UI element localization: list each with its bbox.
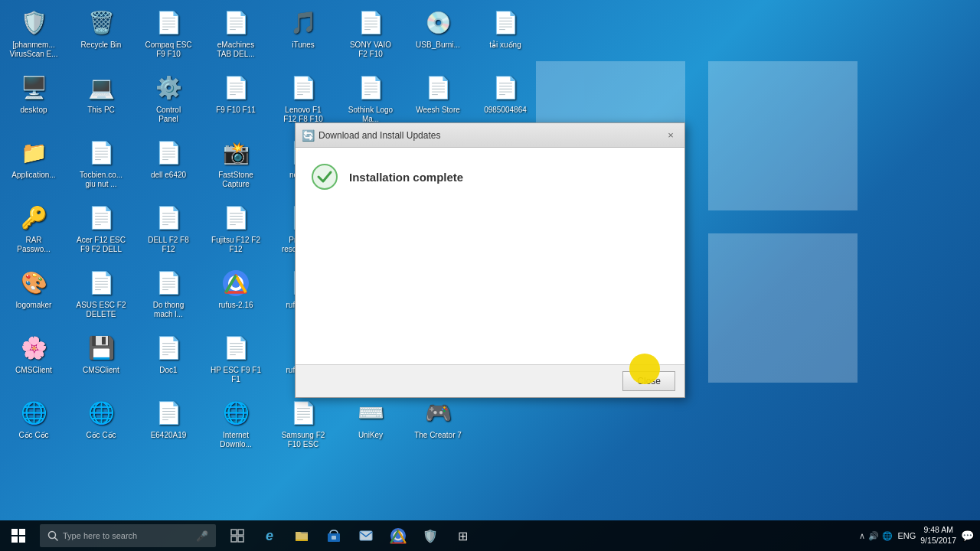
taskbar-shield[interactable]: 🛡️ <box>415 520 446 551</box>
icon-control-panel[interactable]: ⚙️ ControlPanel <box>135 69 202 134</box>
svg-rect-7 <box>19 536 25 543</box>
svg-rect-11 <box>238 530 243 535</box>
svg-line-9 <box>55 538 58 541</box>
svg-rect-12 <box>231 536 237 542</box>
icon-faststone-capture[interactable]: 📸 FastStoneCapture <box>202 134 270 199</box>
taskbar-volume-icon[interactable]: 🔊 <box>868 531 879 541</box>
svg-rect-15 <box>332 536 336 540</box>
icon-usb-burning[interactable]: 💿 USB_Burni... <box>404 4 472 69</box>
icon-the-creator-7[interactable]: 🎮 The Creator 7 <box>404 394 472 459</box>
dialog-body: Installation complete <box>296 148 684 364</box>
dialog-download-install[interactable]: 🔄 Download and Install Updates × Install… <box>295 122 685 398</box>
desktop: 🛡️ [phanmem...VirusScan E... 🖥️ desktop … <box>0 0 980 551</box>
taskbar-clock[interactable]: 9:48 AM 9/15/2017 <box>920 525 956 546</box>
icon-phanmem-virusscan[interactable]: 🛡️ [phanmem...VirusScan E... <box>0 4 67 69</box>
dialog-titlebar: 🔄 Download and Install Updates × <box>296 123 684 148</box>
svg-rect-13 <box>238 536 243 542</box>
icon-itunes[interactable]: 🎵 iTunes <box>270 4 337 69</box>
icon-desktop[interactable]: 🖥️ desktop <box>0 69 67 134</box>
icon-sony-vaio[interactable]: 📄 SONY VAIOF2 F10 <box>337 4 404 69</box>
taskbar-chrome[interactable] <box>383 520 413 551</box>
icon-hp-esc-f9[interactable]: 📄 HP ESC F9 F1F1 <box>202 329 270 394</box>
icon-pretty-logo[interactable]: 🌸 CMSClient <box>0 329 67 394</box>
dialog-title-text: Download and Install Updates <box>318 130 658 141</box>
icon-coc-coc[interactable]: 🌐 Cốc Cốc <box>67 394 135 459</box>
icon-unikey[interactable]: ⌨️ UniKey <box>337 394 404 459</box>
icon-doc1[interactable]: 📄 Doc1 <box>135 329 202 394</box>
icon-google-chrome[interactable]: rufus-2.16 <box>202 264 270 329</box>
dialog-footer: Close <box>296 364 684 397</box>
icon-tai-xuong[interactable]: 📄 tải xuống <box>472 4 539 69</box>
icon-recycle-bin[interactable]: 🗑️ Recycle Bin <box>67 4 135 69</box>
taskbar-start-button[interactable] <box>0 520 37 551</box>
taskbar-right-area: ∧ 🔊 🌐 ENG 9:48 AM 9/15/2017 💬 <box>859 525 980 546</box>
taskbar-search-input[interactable] <box>63 531 193 540</box>
taskbar-search-box[interactable]: 🎤 <box>40 524 216 547</box>
svg-rect-6 <box>11 536 18 543</box>
taskbar-mail[interactable] <box>351 520 381 551</box>
taskbar-lang[interactable]: ENG <box>897 531 916 540</box>
taskbar-edge[interactable]: e <box>254 520 285 551</box>
dialog-title-icon: 🔄 <box>302 129 314 142</box>
icon-logomaker[interactable]: 🎨 logomaker <box>0 264 67 329</box>
icon-emachines[interactable]: 📄 eMachinesTAB DEL... <box>202 4 270 69</box>
icon-dell-e6420[interactable]: 📄 dell e6420 <box>135 134 202 199</box>
svg-rect-10 <box>231 530 237 535</box>
dialog-status-text: Installation complete <box>349 171 463 184</box>
dialog-status-row: Installation complete <box>311 163 669 191</box>
svg-rect-16 <box>360 531 372 540</box>
taskbar-explorer[interactable] <box>286 520 317 551</box>
taskbar-up-arrow[interactable]: ∧ <box>859 531 865 541</box>
cursor-highlight <box>629 354 660 384</box>
icon-rar-password[interactable]: 🔑 RARPasswo... <box>0 199 67 264</box>
taskbar-notification-icon[interactable]: 💬 <box>961 530 974 542</box>
icon-this-pc[interactable]: 💻 This PC <box>67 69 135 134</box>
icon-acer-f12-esc[interactable]: 📄 Acer F12 ESCF9 F2 DELL <box>67 199 135 264</box>
icon-applications[interactable]: 📁 Application... <box>0 134 67 199</box>
dialog-close-button[interactable]: × <box>663 128 678 143</box>
icon-asus-esc-f2[interactable]: 📄 ASUS ESC F2DELETE <box>67 264 135 329</box>
icon-cmsclient[interactable]: 💾 CMSClient <box>67 329 135 394</box>
icon-dell-f2-f8[interactable]: 📄 DELL F2 F8F12 <box>135 199 202 264</box>
icon-network[interactable]: 🌐 Cốc Cốc <box>0 394 67 459</box>
icon-fujitsu-f12[interactable]: 📄 Fujitsu F12 F2F12 <box>202 199 270 264</box>
svg-rect-4 <box>11 529 18 535</box>
icon-tocbien[interactable]: 📄 Tocbien.co...giu nut ... <box>67 134 135 199</box>
taskbar-task-view[interactable] <box>222 520 253 551</box>
icon-do-thong-mach[interactable]: 📄 Do thongmach l... <box>135 264 202 329</box>
taskbar-mic-icon: 🎤 <box>196 530 208 542</box>
taskbar: 🎤 e <box>0 520 980 551</box>
dialog-status-icon <box>311 163 338 191</box>
taskbar-network-icon[interactable]: 🌐 <box>882 531 893 541</box>
taskbar-store[interactable] <box>318 520 349 551</box>
icon-f9f10f11[interactable]: 📄 F9 F10 F11 <box>202 69 270 134</box>
taskbar-app-icons: e <box>222 520 478 551</box>
icon-samsung-f2[interactable]: 📄 Samsung F2F10 ESC <box>270 394 337 459</box>
taskbar-grid[interactable]: ⊞ <box>447 520 478 551</box>
icon-e6420a19[interactable]: 📄 E6420A19 <box>135 394 202 459</box>
icon-compaq-esc[interactable]: 📄 Compaq ESCF9 F10 <box>135 4 202 69</box>
svg-rect-5 <box>19 529 25 535</box>
icon-internet-downlo[interactable]: 🌐 InternetDownlo... <box>202 394 270 459</box>
